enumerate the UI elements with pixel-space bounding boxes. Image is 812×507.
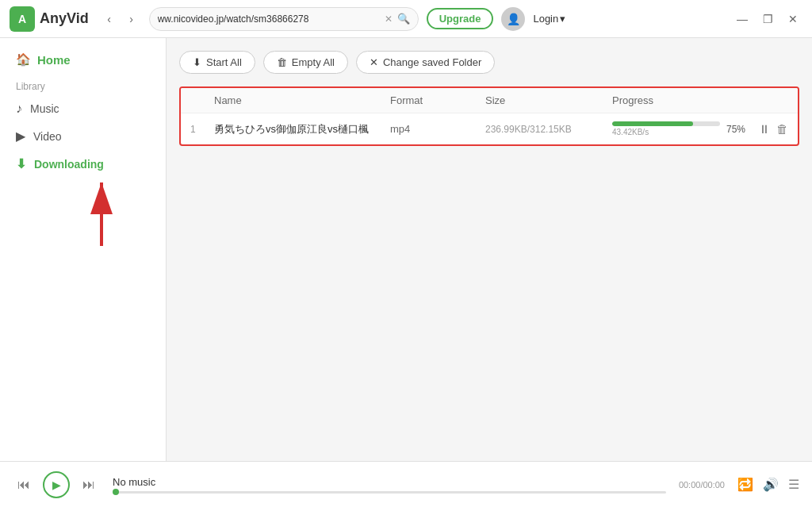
home-label: Home [37,53,71,67]
video-icon: ▶ [16,129,25,144]
avatar: 👤 [501,7,525,31]
toolbar: ⬇ Start All 🗑 Empty All ✕ Change saved F… [179,51,799,74]
download-icon: ⬇ [16,156,26,171]
start-all-icon: ⬇ [193,56,201,68]
url-text: ww.nicovideo.jp/watch/sm36866278 [158,13,380,25]
player-bar: ⏮ ▶ ⏭ No music 00:00/00:00 🔁 🔊 ☰ [0,461,812,507]
upgrade-button[interactable]: Upgrade [427,8,494,29]
downloading-label: Downloading [34,158,104,171]
volume-button[interactable]: 🔊 [763,477,779,492]
progress-bar-wrapper: 43.42KB/s [612,121,720,136]
col-format: Format [390,94,485,106]
search-icon[interactable]: 🔍 [397,13,410,25]
login-button[interactable]: Login ▾ [533,13,565,25]
player-progress-bar[interactable] [113,491,666,494]
home-icon: 🏠 [16,52,31,67]
library-section-label: Library [0,73,166,95]
main-container: 🏠 Home Library ♪ Music ▶ Video ⬇ Downloa… [0,38,812,461]
video-label: Video [33,130,62,143]
window-controls: — ❐ ✕ [733,10,802,29]
music-label: Music [30,102,59,115]
maximize-button[interactable]: ❐ [758,10,777,29]
playlist-button[interactable]: ☰ [788,477,799,492]
empty-all-button[interactable]: 🗑 Empty All [263,51,348,74]
row-format: mp4 [390,123,485,135]
progress-bar-bg [612,121,720,126]
sidebar: 🏠 Home Library ♪ Music ▶ Video ⬇ Downloa… [0,38,167,461]
delete-button[interactable]: 🗑 [776,122,788,136]
sidebar-item-video[interactable]: ▶ Video [0,122,166,150]
next-button[interactable]: ⏭ [78,474,100,496]
change-folder-icon: ✕ [370,56,378,68]
url-close-icon[interactable]: ✕ [385,13,393,25]
row-actions: ⏸ 🗑 [758,122,788,136]
col-size: Size [485,94,612,106]
player-title: No music [113,476,666,488]
row-number: 1 [190,124,214,135]
logo-icon: A [10,6,35,32]
pause-button[interactable]: ⏸ [758,122,770,136]
player-info: No music [113,476,666,494]
table-header: Name Format Size Progress [181,88,798,113]
row-size: 236.99KB/312.15KB [485,124,612,135]
table-row: 1 勇気ちひろvs御伽原江良vs樋口楓 mp4 236.99KB/312.15K… [181,113,798,144]
prev-button[interactable]: ⏮ [13,474,35,496]
close-button[interactable]: ✕ [783,10,802,29]
progress-cell: 43.42KB/s 75% ⏸ 🗑 [612,121,788,136]
sidebar-item-home[interactable]: 🏠 Home [0,46,166,73]
progress-pct: 75% [726,124,752,135]
player-time: 00:00/00:00 [679,480,725,490]
sidebar-item-music[interactable]: ♪ Music [0,95,166,122]
app-logo: A AnyVid [10,6,89,32]
empty-all-icon: 🗑 [277,56,287,68]
progress-bar-fill [612,121,693,126]
play-button[interactable]: ▶ [43,471,70,498]
back-button[interactable]: ‹ [100,10,119,29]
row-name: 勇気ちひろvs御伽原江良vs樋口楓 [214,122,390,136]
progress-speed: 43.42KB/s [612,128,720,136]
col-name: Name [214,94,390,106]
logo-letter: A [18,13,26,25]
repeat-button[interactable]: 🔁 [737,477,753,492]
player-right-controls: 🔁 🔊 ☰ [737,477,799,492]
content-area: ⬇ Start All 🗑 Empty All ✕ Change saved F… [167,38,812,461]
col-num [190,94,214,106]
forward-button[interactable]: › [122,10,141,29]
start-all-button[interactable]: ⬇ Start All [179,51,255,74]
url-bar[interactable]: ww.nicovideo.jp/watch/sm36866278 ✕ 🔍 [149,7,419,31]
change-folder-button[interactable]: ✕ Change saved Folder [356,51,495,74]
titlebar: A AnyVid ‹ › ww.nicovideo.jp/watch/sm368… [0,0,812,38]
music-icon: ♪ [16,102,22,116]
player-controls: ⏮ ▶ ⏭ [13,471,100,498]
col-progress: Progress [612,94,788,106]
download-table: Name Format Size Progress 1 勇気ちひろvs御伽原江良… [179,86,799,146]
app-name: AnyVid [40,10,89,27]
nav-arrows: ‹ › [100,10,141,29]
minimize-button[interactable]: — [733,10,752,29]
sidebar-item-downloading[interactable]: ⬇ Downloading [0,150,166,178]
player-dot [113,489,119,495]
